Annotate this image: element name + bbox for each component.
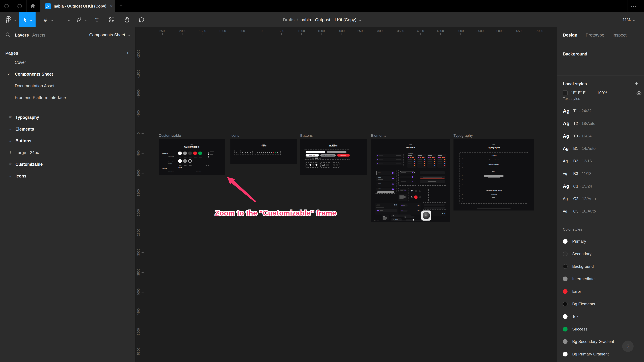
ruler-tick-label: 500 xyxy=(279,29,284,33)
color-style-row[interactable]: Background xyxy=(557,261,644,272)
frame-label-elements[interactable]: Elements xyxy=(371,133,386,138)
ruler-tick-label: 0 xyxy=(261,29,263,33)
breadcrumb-file-name[interactable]: nabla - Outpost UI Kit (Copy) xyxy=(300,17,356,22)
palette-row2 xyxy=(178,159,192,163)
breadcrumb-drafts[interactable]: Drafts xyxy=(283,17,294,22)
file-tab[interactable]: nabla - Outpost UI Kit (Copy) ✕ xyxy=(40,0,116,12)
search-icon[interactable] xyxy=(5,32,10,37)
webpage-label: Web Page xyxy=(374,220,379,222)
tab-close-icon[interactable]: ✕ xyxy=(110,4,113,8)
text-layer-icon: T xyxy=(8,150,13,155)
text-style-row[interactable]: Ag B2 · 12/16 xyxy=(557,156,644,166)
canvas[interactable]: -2500-2000-1500-1000-5000500100015002000… xyxy=(136,27,557,362)
color-style-row[interactable]: Success xyxy=(557,324,644,334)
tab-assets[interactable]: Assets xyxy=(32,32,45,38)
ruler-tick-label: -1500 xyxy=(198,29,206,33)
ruler-tick-label: 5000 xyxy=(137,325,140,338)
background-color-row[interactable]: 1E1E1E 100% xyxy=(563,90,607,95)
text-style-row[interactable]: Ag B3 · 11/13 xyxy=(557,169,644,179)
background-hex-value[interactable]: 1E1E1E xyxy=(571,90,586,95)
color-style-row[interactable]: Intermediate xyxy=(557,274,644,284)
frame-customizable[interactable]: nabla Customizable Palette Components Fr… xyxy=(159,139,225,175)
page-item[interactable]: ✓Components Sheet xyxy=(0,72,135,82)
frame-label-buttons[interactable]: Buttons xyxy=(300,133,313,138)
text-style-row[interactable]: Ag T2 · 18/Auto xyxy=(557,118,644,129)
eye-icon[interactable] xyxy=(636,91,642,95)
page-item[interactable]: Cover xyxy=(0,60,135,70)
text-style-row[interactable]: Ag C1 · 15/24 xyxy=(557,181,644,191)
style-sample: Ag xyxy=(563,172,567,176)
file-menu-chevron-icon[interactable] xyxy=(359,18,361,21)
frame-label-customizable[interactable]: Customizable xyxy=(159,133,181,138)
page-item[interactable]: Documentation Asset xyxy=(0,83,135,93)
text-style-row[interactable]: Ag C2 · 12/Auto xyxy=(557,194,644,204)
chain-name-label: Chain Name xyxy=(168,171,174,172)
frame-title: Customizable xyxy=(159,145,225,148)
text-style-row[interactable]: Ag T1 · 24/32 xyxy=(557,106,644,116)
frame-layer-icon: # xyxy=(8,115,13,119)
tab-prototype[interactable]: Prototype xyxy=(586,32,604,38)
ruler-tick-label: 2000 xyxy=(137,206,140,219)
color-style-row[interactable]: Error xyxy=(557,286,644,297)
specimen-text: Estimated Amount xyxy=(460,164,528,165)
divider xyxy=(628,0,628,12)
help-button[interactable]: ? xyxy=(622,341,634,352)
frame-icons[interactable]: nabla Icons xyxy=(230,139,297,164)
tab-layers[interactable]: Layers xyxy=(15,32,29,38)
add-page-button[interactable]: + xyxy=(126,50,129,56)
specimen-paragraph xyxy=(460,181,528,183)
mini-button: Recover Funds xyxy=(310,155,315,156)
zoom-control[interactable]: 11% xyxy=(622,12,635,27)
specimen-tag: C3 xyxy=(462,197,464,204)
color-style-row[interactable]: Secondary xyxy=(557,249,644,259)
window-control-icon[interactable] xyxy=(18,4,22,8)
frame-elements[interactable]: nabla Elements Component xyxy=(371,139,450,222)
frame-layer-icon: # xyxy=(8,173,13,178)
zoom-chevron-icon xyxy=(632,18,635,21)
ruler-tick-label: 1500 xyxy=(318,29,325,33)
frame-brand: nabla xyxy=(191,144,193,145)
text-style-row[interactable]: Ag B1 · 14/Auto xyxy=(557,143,644,153)
home-icon[interactable] xyxy=(30,3,36,9)
new-tab-button[interactable]: + xyxy=(120,3,122,9)
color-style-row[interactable]: Primary xyxy=(557,236,644,246)
layer-item[interactable]: #Typography xyxy=(0,115,135,125)
page-selector[interactable]: Components Sheet xyxy=(89,32,130,37)
layer-item[interactable]: #Icons xyxy=(0,174,135,184)
breadcrumb: Drafts / nabla - Outpost UI Kit (Copy) xyxy=(0,12,644,27)
ruler-tick-label: 3000 xyxy=(137,246,140,259)
style-sample: Ag xyxy=(563,184,569,189)
layer-item[interactable]: #Customizable xyxy=(0,162,135,172)
background-opacity-value[interactable]: 100% xyxy=(597,90,607,95)
window-control-icon[interactable] xyxy=(4,4,9,8)
tab-design[interactable]: Design xyxy=(563,32,578,38)
nabla-select: Nabla xyxy=(395,219,398,220)
layer-item[interactable]: TLarge - 24px xyxy=(0,150,135,160)
ruler-tick-label: 5500 xyxy=(476,29,484,33)
background-section-title: Background xyxy=(563,52,587,56)
pages-header: Pages xyxy=(5,51,18,56)
ruler-tick-label: 4000 xyxy=(137,285,140,299)
ruler-tick-label: 6000 xyxy=(496,29,504,33)
layer-item[interactable]: #Buttons xyxy=(0,138,135,148)
window-tab-bar: nabla - Outpost UI Kit (Copy) ✕ + ••• xyxy=(0,0,644,12)
more-menu-icon[interactable]: ••• xyxy=(631,4,636,8)
color-swatch[interactable] xyxy=(563,90,568,95)
add-style-button[interactable]: + xyxy=(635,81,638,86)
figma-file-icon xyxy=(45,3,51,9)
divider xyxy=(557,43,644,44)
frame-label-typography[interactable]: Typography xyxy=(454,133,473,138)
frame-buttons[interactable]: nabla Buttons Connect Wallet Insufficien… xyxy=(300,139,366,175)
text-style-row[interactable]: Ag T3 · 16/24 xyxy=(557,131,644,141)
mini-button: Connect Wallet xyxy=(312,151,318,152)
frame-typography[interactable]: nabla Typography T1ConvertT2Connect Wall… xyxy=(454,139,534,211)
text-style-row[interactable]: Ag C3 · 10/Auto xyxy=(557,206,644,216)
frame-label-icons[interactable]: Icons xyxy=(230,133,239,138)
layer-item[interactable]: #Elements xyxy=(0,127,135,137)
tab-inspect[interactable]: Inspect xyxy=(612,32,626,38)
color-style-row[interactable]: Text xyxy=(557,312,644,322)
color-style-row[interactable]: Bg Elements xyxy=(557,299,644,309)
ruler-tick-label: 3500 xyxy=(397,29,404,33)
token-list-panel xyxy=(427,154,436,168)
page-item[interactable]: Frontend Platform Interface xyxy=(0,95,135,105)
